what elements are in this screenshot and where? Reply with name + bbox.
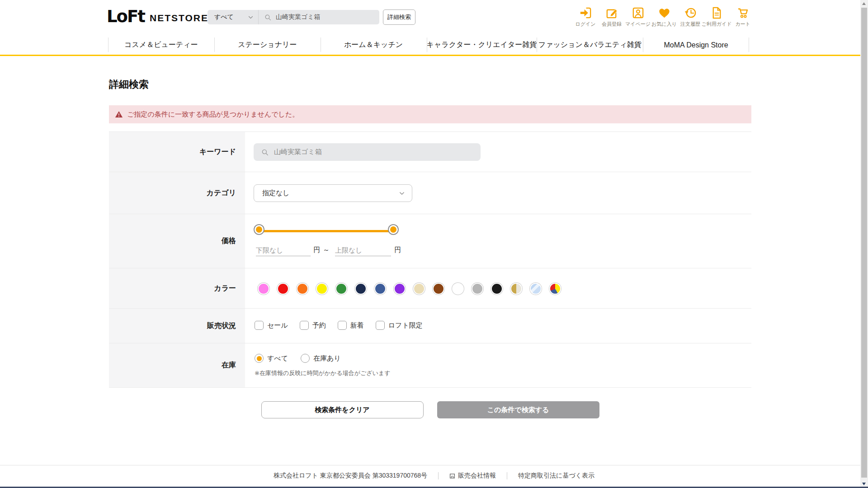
color-swatch-gray[interactable]	[472, 283, 483, 295]
checkbox-box[interactable]	[376, 321, 385, 330]
price-min-input[interactable]	[256, 244, 311, 256]
price-range-track[interactable]	[260, 230, 395, 232]
price-max-input[interactable]	[335, 244, 391, 256]
store-icon	[449, 473, 455, 479]
register-link[interactable]: 会員登録	[599, 6, 625, 28]
price-unit-max: 円	[394, 246, 401, 254]
stock-note: ※在庫情報の反映に時間がかかる場合がございます	[255, 369, 391, 377]
color-swatch-blue[interactable]	[374, 283, 386, 295]
color-swatch-orange[interactable]	[297, 283, 308, 295]
scrollbar-down-arrow[interactable]	[862, 483, 866, 485]
checkbox-box[interactable]	[338, 321, 347, 330]
color-swatch-red[interactable]	[277, 283, 289, 295]
radio-button[interactable]	[301, 354, 310, 363]
keyword-input[interactable]: 山崎実業ゴミ箱	[254, 143, 481, 161]
color-swatch-clear[interactable]	[530, 283, 542, 295]
advanced-search-form: キーワード 山崎実業ゴミ箱 カテゴリ 指定なし 価格	[109, 131, 751, 388]
price-unit-min: 円	[313, 246, 320, 254]
checkbox-box[interactable]	[255, 321, 264, 330]
mypage-label: マイページ	[625, 21, 651, 28]
footer-link-tokushoho[interactable]: 特定商取引法に基づく表示	[518, 472, 594, 480]
favorites-link[interactable]: お気に入り	[651, 6, 677, 28]
top-bar: LoFt NETSTORE すべて 山崎実業ゴミ箱 詳細検索 ログイン 会員登録	[0, 0, 868, 35]
color-swatch-yellow[interactable]	[316, 283, 328, 295]
keyword-value: 山崎実業ゴミ箱	[274, 148, 322, 156]
color-swatch-brown[interactable]	[433, 283, 444, 295]
register-icon	[605, 6, 619, 20]
color-swatch-green[interactable]	[335, 283, 347, 295]
checkbox-box[interactable]	[300, 321, 309, 330]
header-search-input[interactable]: 山崎実業ゴミ箱	[259, 10, 379, 24]
sales-status-options: セール 予約 新着 ロフト限定	[255, 321, 423, 330]
footer-separator	[438, 472, 439, 479]
color-swatch-white[interactable]	[452, 283, 464, 295]
header-search-query: 山崎実業ゴミ箱	[276, 13, 321, 21]
radio-label: 在庫あり	[313, 354, 341, 363]
nav-item-stationery[interactable]: ステーショナリー	[214, 35, 321, 55]
color-swatches	[258, 283, 561, 295]
footer: 株式会社ロフト 東京都公安委員会 第303319700768号 販売会社情報 特…	[0, 465, 868, 487]
price-range-separator: ～	[323, 246, 330, 254]
category-select[interactable]: 指定なし	[254, 184, 412, 202]
nav-item-character[interactable]: キャラクター・クリエイター雑貨	[427, 35, 537, 55]
logo-store-text: NETSTORE	[150, 13, 208, 23]
radio-button[interactable]	[255, 354, 264, 363]
page: LoFt NETSTORE すべて 山崎実業ゴミ箱 詳細検索 ログイン 会員登録	[0, 0, 868, 488]
nav-item-home-kitchen[interactable]: ホーム＆キッチン	[321, 35, 427, 55]
scrollbar-up-arrow[interactable]	[862, 2, 866, 5]
keyword-row: キーワード 山崎実業ゴミ箱	[109, 131, 751, 172]
chevron-down-icon	[399, 190, 405, 197]
nav-item-moma[interactable]: MoMA Design Store	[643, 35, 749, 55]
checkbox-label: 新着	[350, 321, 364, 330]
color-swatch-black[interactable]	[491, 283, 503, 295]
logo-brand-text: LoFt	[107, 9, 145, 24]
radio-all[interactable]: すべて	[255, 354, 288, 363]
loft-logo[interactable]: LoFt NETSTORE	[107, 9, 208, 24]
radio-in-stock[interactable]: 在庫あり	[301, 354, 341, 363]
guide-icon	[710, 6, 724, 20]
search-icon	[261, 148, 269, 156]
header-search-bar: すべて 山崎実業ゴミ箱	[208, 10, 379, 24]
cart-label: カート	[735, 21, 750, 28]
price-slider-handle-min[interactable]	[255, 225, 264, 234]
checkbox-loft-limited[interactable]: ロフト限定	[376, 321, 423, 330]
guide-link[interactable]: ご利用ガイド	[703, 6, 730, 28]
search-category-dropdown[interactable]: すべて	[208, 10, 258, 24]
error-banner: ご指定の条件に一致する商品が見つかりませんでした。	[109, 105, 751, 123]
color-swatch-gold-silver[interactable]	[510, 283, 522, 295]
login-icon	[579, 6, 593, 20]
footer-link-company-info[interactable]: 販売会社情報	[449, 472, 496, 480]
order-history-icon	[684, 6, 698, 20]
clear-conditions-button[interactable]: 検索条件をクリア	[261, 401, 424, 418]
warning-icon	[115, 110, 123, 118]
order-history-link[interactable]: 注文履歴	[677, 6, 703, 28]
guide-label: ご利用ガイド	[701, 21, 731, 28]
sales-status-row: 販売状況 セール 予約 新着	[109, 308, 751, 343]
search-category-value: すべて	[214, 13, 234, 21]
checkbox-sale[interactable]: セール	[255, 321, 288, 330]
scrollbar[interactable]	[860, 0, 868, 488]
checkbox-label: セール	[267, 321, 288, 330]
category-label: カテゴリ	[109, 172, 245, 214]
category-selected-value: 指定なし	[262, 189, 290, 197]
price-slider-handle-max[interactable]	[389, 225, 398, 234]
login-link[interactable]: ログイン	[572, 6, 599, 28]
nav-item-fashion[interactable]: ファッション＆バラエティ雑貨	[537, 35, 643, 55]
color-swatch-pink[interactable]	[258, 283, 269, 295]
color-swatch-purple[interactable]	[394, 283, 406, 295]
checkbox-new[interactable]: 新着	[338, 321, 364, 330]
chevron-down-icon	[248, 14, 254, 20]
search-icon	[264, 14, 272, 21]
search-submit-button[interactable]: この条件で検索する	[437, 401, 599, 418]
scrollbar-thumb[interactable]	[861, 8, 867, 478]
nav-item-cosme[interactable]: コスメ＆ビューティー	[108, 35, 214, 55]
color-swatch-navy[interactable]	[355, 283, 367, 295]
login-label: ログイン	[575, 21, 595, 28]
color-swatch-beige[interactable]	[413, 283, 425, 295]
detail-search-button[interactable]: 詳細検索	[383, 9, 415, 25]
color-swatch-multicolor[interactable]	[549, 283, 561, 295]
favorites-icon	[657, 6, 671, 20]
checkbox-reservation[interactable]: 予約	[300, 321, 326, 330]
mypage-link[interactable]: マイページ	[625, 6, 651, 28]
cart-link[interactable]: カート	[730, 6, 756, 28]
